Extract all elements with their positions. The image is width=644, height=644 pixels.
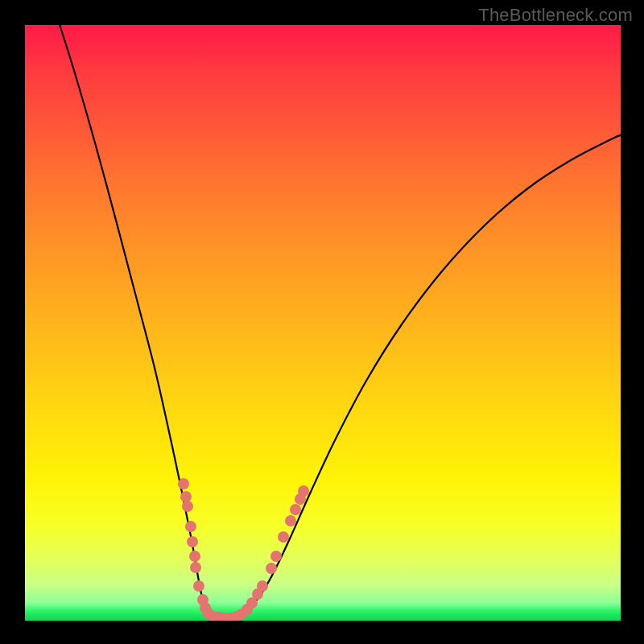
marker-dot xyxy=(257,580,268,592)
scatter-markers xyxy=(178,478,309,621)
marker-dot xyxy=(298,485,309,497)
marker-dot xyxy=(187,536,198,547)
marker-dot xyxy=(290,504,301,515)
marker-dot xyxy=(270,551,282,562)
marker-dot xyxy=(180,491,192,502)
marker-dot xyxy=(178,478,189,489)
marker-dot xyxy=(266,563,277,574)
marker-dot xyxy=(193,580,204,592)
marker-dot xyxy=(285,515,296,526)
chart-svg xyxy=(25,25,621,621)
watermark-text: TheBottleneck.com xyxy=(478,5,633,26)
marker-dot xyxy=(182,501,193,512)
marker-dot xyxy=(185,521,196,532)
marker-dot xyxy=(278,531,289,543)
outer-frame: TheBottleneck.com xyxy=(0,0,644,644)
plot-area xyxy=(25,25,621,621)
right-curve xyxy=(231,134,621,619)
marker-dot xyxy=(189,551,200,562)
marker-dot xyxy=(190,562,201,573)
